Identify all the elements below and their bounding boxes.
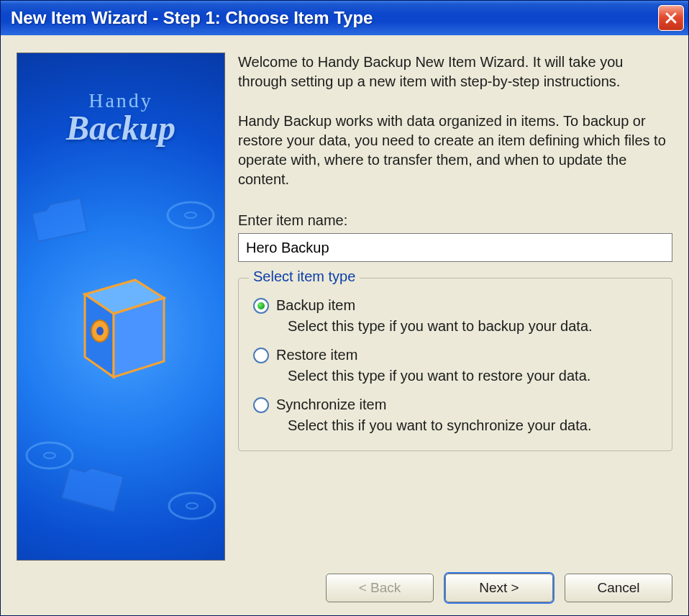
- wizard-body: Handy Backup: [1, 35, 688, 615]
- radio-description: Select this type if you want to restore …: [288, 366, 657, 385]
- radio-icon: [253, 397, 269, 413]
- radio-synchronize-item[interactable]: Synchronize item: [253, 397, 657, 413]
- button-bar: < Back Next > Cancel: [17, 561, 672, 602]
- sidebar-logo-bottom: Backup: [17, 108, 224, 148]
- window-title: New Item Wizard - Step 1: Choose Item Ty…: [11, 8, 658, 28]
- item-type-group: Select item type Backup item Select this…: [238, 278, 672, 451]
- disc-icon: [165, 197, 216, 233]
- folder-icon: [27, 191, 92, 245]
- main-column: Welcome to Handy Backup New Item Wizard.…: [238, 53, 672, 561]
- svg-point-10: [96, 327, 104, 335]
- description-text: Handy Backup works with data organized i…: [238, 112, 672, 189]
- wizard-window: New Item Wizard - Step 1: Choose Item Ty…: [0, 0, 689, 616]
- close-button[interactable]: [658, 5, 684, 31]
- content-row: Handy Backup: [17, 53, 672, 561]
- disc-icon: [24, 438, 75, 474]
- group-legend: Select item type: [249, 268, 360, 285]
- item-name-input[interactable]: [238, 233, 672, 262]
- radio-restore-item[interactable]: Restore item: [253, 347, 657, 363]
- sidebar-logo: Handy Backup: [17, 89, 224, 148]
- cancel-button[interactable]: Cancel: [565, 574, 672, 602]
- svg-point-4: [169, 493, 215, 519]
- svg-point-2: [27, 443, 73, 468]
- titlebar: New Item Wizard - Step 1: Choose Item Ty…: [1, 1, 688, 35]
- item-name-label: Enter item name:: [238, 212, 672, 229]
- radio-icon: [253, 348, 269, 363]
- sidebar-logo-top: Handy: [17, 89, 224, 112]
- safe-icon: [67, 269, 175, 384]
- radio-label: Synchronize item: [276, 397, 386, 413]
- intro-text: Welcome to Handy Backup New Item Wizard.…: [238, 53, 672, 91]
- radio-description: Select this type if you want to backup y…: [288, 317, 657, 335]
- svg-point-0: [168, 202, 214, 228]
- svg-point-1: [185, 212, 196, 218]
- back-button[interactable]: < Back: [326, 574, 434, 602]
- disc-icon: [167, 488, 217, 524]
- radio-label: Restore item: [276, 347, 357, 363]
- radio-label: Backup item: [276, 297, 355, 314]
- radio-backup-item[interactable]: Backup item: [253, 297, 657, 314]
- radio-description: Select this if you want to synchronize y…: [288, 416, 657, 435]
- next-button[interactable]: Next >: [445, 574, 553, 602]
- svg-point-3: [44, 453, 55, 458]
- close-icon: [665, 12, 677, 24]
- sidebar-graphic: Handy Backup: [17, 53, 225, 561]
- radio-icon: [253, 298, 269, 314]
- svg-point-5: [186, 503, 198, 509]
